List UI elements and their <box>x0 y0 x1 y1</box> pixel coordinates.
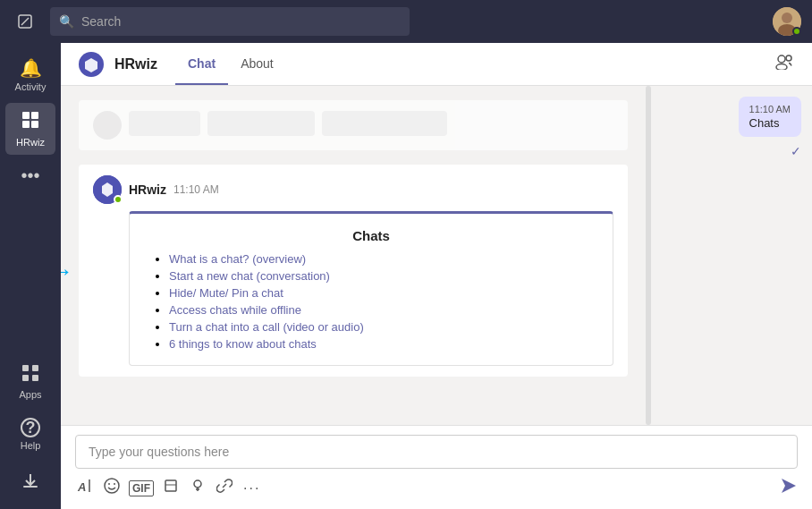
right-panel: 11:10 AM Chats ✓ <box>651 86 812 425</box>
input-area: Type your questions here A GIF <box>61 425 812 509</box>
more-tools-icon[interactable]: ··· <box>241 479 262 498</box>
app-header: HRwiz Chat About <box>61 43 812 86</box>
sidebar-item-label: Apps <box>19 389 41 400</box>
svg-point-28 <box>194 480 201 488</box>
link-6-things[interactable]: 6 things to know about chats <box>169 337 317 351</box>
send-button[interactable] <box>780 477 798 499</box>
search-input[interactable] <box>81 14 401 29</box>
list-item: 6 things to know about chats <box>169 337 595 351</box>
chat-feed: 1 → HRwiz 11:10 AM <box>61 86 646 425</box>
bubble-time: 11:10 AM <box>749 104 791 115</box>
ideas-icon[interactable] <box>188 476 207 500</box>
sidebar-item-help[interactable]: ? Help <box>5 411 55 458</box>
message-input-box[interactable]: Type your questions here <box>75 435 798 469</box>
bot-status <box>114 195 123 204</box>
message-time: 11:10 AM <box>173 183 219 196</box>
link-start-new-chat[interactable]: Start a new chat (conversation) <box>169 269 330 283</box>
svg-rect-11 <box>22 375 29 381</box>
content-area: HRwiz Chat About <box>61 43 812 509</box>
search-icon: 🔍 <box>59 14 74 29</box>
check-icon: ✓ <box>791 144 801 158</box>
tab-about[interactable]: About <box>228 43 286 85</box>
sidebar-item-label: Help <box>21 440 41 451</box>
sidebar-item-activity[interactable]: 🔔 Activity <box>5 50 55 99</box>
svg-point-25 <box>114 483 115 485</box>
svg-rect-8 <box>31 121 38 128</box>
bubble-text: Chats <box>749 116 791 130</box>
chats-card: Chats What is a chat? (overview) Start a… <box>129 211 613 366</box>
svg-point-16 <box>778 55 785 63</box>
bot-avatar <box>93 175 122 204</box>
sidebar: 🔔 Activity HRwiz ••• <box>0 43 61 509</box>
sidebar-item-label: HRwiz <box>16 137 45 148</box>
people-icon[interactable] <box>774 54 794 74</box>
topbar: 🔍 <box>0 0 812 43</box>
help-icon: ? <box>21 418 40 437</box>
message-block: 1 → HRwiz 11:10 AM <box>79 165 628 377</box>
svg-rect-7 <box>22 121 30 128</box>
message-header: HRwiz 11:10 AM <box>93 175 613 204</box>
tab-chat[interactable]: Chat <box>175 43 228 85</box>
gif-icon[interactable]: GIF <box>129 480 154 496</box>
chats-card-title: Chats <box>148 228 595 243</box>
sidebar-item-hrwiz[interactable]: HRwiz <box>5 103 55 155</box>
svg-point-3 <box>782 13 792 23</box>
arrow-icon: → <box>61 259 73 283</box>
svg-line-1 <box>21 18 29 25</box>
online-status <box>792 27 801 36</box>
bell-icon: 🔔 <box>20 57 42 79</box>
svg-rect-12 <box>32 375 38 381</box>
app-header-icon <box>79 52 104 77</box>
sidebar-item-apps[interactable]: Apps <box>5 357 55 407</box>
edit-icon[interactable] <box>11 7 39 36</box>
app-title: HRwiz <box>114 56 157 72</box>
list-item: Access chats while offline <box>169 303 595 317</box>
input-placeholder: Type your questions here <box>89 445 229 459</box>
list-item: Start a new chat (conversation) <box>169 269 595 283</box>
link-offline-access[interactable]: Access chats while offline <box>169 303 301 317</box>
svg-rect-26 <box>165 480 176 491</box>
sidebar-item-label: Activity <box>15 81 47 92</box>
prev-message-block <box>79 100 628 150</box>
svg-rect-5 <box>22 112 30 119</box>
svg-marker-15 <box>85 58 97 72</box>
more-icon: ••• <box>21 165 39 186</box>
list-item: Turn a chat into a call (video or audio) <box>169 320 595 334</box>
link-icon[interactable] <box>215 476 234 500</box>
chat-area: 1 → HRwiz 11:10 AM <box>61 86 812 425</box>
app-tabs: Chat About <box>175 43 286 85</box>
link-what-is-chat[interactable]: What is a chat? (overview) <box>169 252 306 266</box>
input-toolbar: A GIF <box>75 476 798 500</box>
chat-bubble: 11:10 AM Chats <box>739 97 801 137</box>
main-layout: 🔔 Activity HRwiz ••• <box>0 43 812 509</box>
format-text-icon[interactable]: A <box>75 476 95 500</box>
attach-icon[interactable] <box>161 476 181 500</box>
link-chat-to-call[interactable]: Turn a chat into a call (video or audio) <box>169 320 364 334</box>
list-item: What is a chat? (overview) <box>169 252 595 266</box>
sidebar-item-more[interactable]: ••• <box>5 158 55 193</box>
search-bar[interactable]: 🔍 <box>50 7 410 36</box>
message-sender: HRwiz <box>129 182 166 197</box>
svg-point-24 <box>108 483 110 485</box>
svg-point-17 <box>776 64 787 71</box>
download-icon <box>21 472 39 495</box>
svg-rect-6 <box>31 112 38 119</box>
svg-text:A: A <box>77 480 86 494</box>
svg-point-23 <box>105 479 119 493</box>
hrwiz-icon <box>21 110 40 134</box>
sidebar-item-download[interactable] <box>5 465 55 502</box>
svg-marker-31 <box>782 479 796 493</box>
link-hide-mute-pin[interactable]: Hide/ Mute/ Pin a chat <box>169 286 283 300</box>
chats-links-list: What is a chat? (overview) Start a new c… <box>148 252 595 351</box>
svg-point-18 <box>786 55 791 61</box>
annotation: 1 → <box>61 259 73 283</box>
svg-rect-9 <box>22 365 29 371</box>
emoji-icon[interactable] <box>102 476 122 500</box>
list-item: Hide/ Mute/ Pin a chat <box>169 286 595 300</box>
user-avatar[interactable] <box>773 7 801 36</box>
svg-rect-10 <box>32 365 38 371</box>
apps-icon <box>21 364 39 386</box>
